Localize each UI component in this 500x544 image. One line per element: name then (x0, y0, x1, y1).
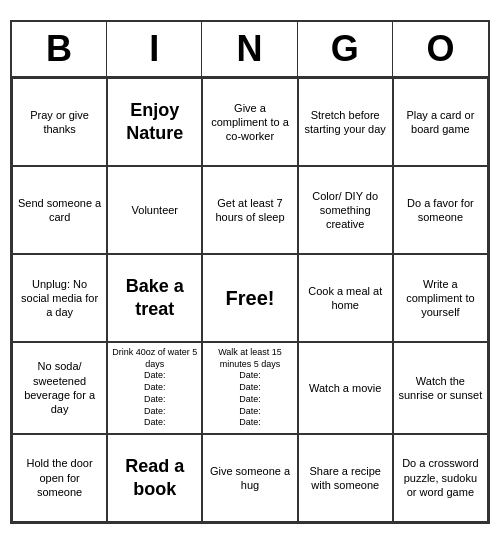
bingo-cell-11: Bake a treat (107, 254, 202, 342)
bingo-cell-18: Watch a movie (298, 342, 393, 434)
bingo-cell-3: Stretch before starting your day (298, 78, 393, 166)
bingo-grid: Pray or give thanksEnjoy NatureGive a co… (12, 78, 488, 522)
bingo-letter-b: B (12, 22, 107, 76)
bingo-cell-23: Share a recipe with someone (298, 434, 393, 522)
bingo-cell-22: Give someone a hug (202, 434, 297, 522)
bingo-cell-6: Volunteer (107, 166, 202, 254)
bingo-header: BINGO (12, 22, 488, 78)
bingo-cell-21: Read a book (107, 434, 202, 522)
bingo-letter-g: G (298, 22, 393, 76)
bingo-cell-15: No soda/ sweetened beverage for a day (12, 342, 107, 434)
bingo-cell-2: Give a compliment to a co-worker (202, 78, 297, 166)
bingo-cell-10: Unplug: No social media for a day (12, 254, 107, 342)
bingo-cell-7: Get at least 7 hours of sleep (202, 166, 297, 254)
bingo-cell-14: Write a compliment to yourself (393, 254, 488, 342)
bingo-cell-4: Play a card or board game (393, 78, 488, 166)
bingo-cell-20: Hold the door open for someone (12, 434, 107, 522)
bingo-cell-9: Do a favor for someone (393, 166, 488, 254)
bingo-cell-12: Free! (202, 254, 297, 342)
bingo-cell-16: Drink 40oz of water 5 days Date: Date: D… (107, 342, 202, 434)
bingo-cell-24: Do a crossword puzzle, sudoku or word ga… (393, 434, 488, 522)
bingo-cell-17: Walk at least 15 minutes 5 days Date: Da… (202, 342, 297, 434)
bingo-cell-8: Color/ DIY do something creative (298, 166, 393, 254)
bingo-cell-0: Pray or give thanks (12, 78, 107, 166)
bingo-cell-13: Cook a meal at home (298, 254, 393, 342)
bingo-letter-i: I (107, 22, 202, 76)
bingo-cell-19: Watch the sunrise or sunset (393, 342, 488, 434)
bingo-card: BINGO Pray or give thanksEnjoy NatureGiv… (10, 20, 490, 524)
bingo-letter-o: O (393, 22, 488, 76)
bingo-cell-5: Send someone a card (12, 166, 107, 254)
bingo-letter-n: N (202, 22, 297, 76)
bingo-cell-1: Enjoy Nature (107, 78, 202, 166)
